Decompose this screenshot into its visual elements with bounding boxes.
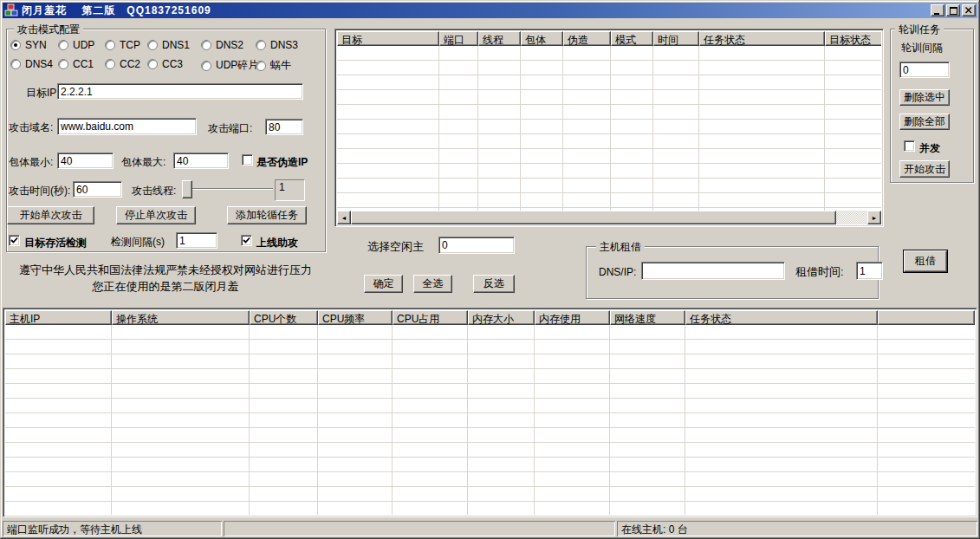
mode-radio-label: DNS4	[25, 58, 53, 70]
domain-input[interactable]	[57, 118, 197, 135]
column-header-filler	[878, 310, 975, 325]
column-header-内存使用[interactable]: 内存使用	[535, 310, 610, 325]
pkt-min-input[interactable]	[57, 153, 114, 169]
column-header-伪造[interactable]: 伪造	[563, 31, 611, 46]
poll-interval-input[interactable]	[899, 62, 950, 78]
fake-ip-checkbox[interactable]	[242, 154, 253, 166]
domain-label: 攻击域名:	[9, 121, 53, 133]
port-input[interactable]	[265, 119, 303, 135]
maximize-button[interactable]	[946, 4, 960, 16]
column-header-主机IP[interactable]: 主机IP	[5, 310, 112, 325]
mode-radio-CC2[interactable]: CC2	[105, 58, 140, 70]
delete-selected-button[interactable]: 删除选中	[899, 89, 950, 106]
grid-line	[534, 325, 535, 515]
column-header-端口[interactable]: 端口	[439, 31, 478, 46]
rent-button[interactable]: 租借	[904, 250, 947, 272]
window-title: 闭月羞花 第二版 QQ1837251609	[22, 3, 931, 18]
status-middle	[224, 521, 615, 536]
start-single-attack-button[interactable]: 开始单次攻击	[7, 206, 94, 224]
concurrent-label: 并发	[919, 141, 940, 156]
threads-value-box: 1	[275, 179, 305, 201]
dns-ip-label: DNS/IP:	[599, 266, 636, 278]
invert-select-button[interactable]: 反选	[473, 275, 515, 293]
column-header-任务状态[interactable]: 任务状态	[685, 310, 878, 325]
column-header-线程[interactable]: 线程	[478, 31, 521, 46]
mode-radio-label: DNS1	[162, 39, 190, 51]
slider-track	[186, 188, 273, 190]
mode-radio-label: CC2	[120, 58, 140, 70]
scroll-thumb[interactable]	[351, 211, 836, 224]
attack-config-group-title: 攻击模式配置	[14, 23, 83, 36]
column-header-包体[interactable]: 包体	[521, 31, 563, 46]
close-button[interactable]	[962, 4, 976, 16]
grid-line	[877, 325, 878, 515]
column-header-时间[interactable]: 时间	[653, 31, 699, 46]
status-message: 端口监听成功，等待主机上线	[3, 521, 222, 536]
task-table-hscrollbar[interactable]: ◄ ►	[337, 211, 881, 224]
app-icon	[4, 3, 18, 17]
scroll-track[interactable]	[836, 211, 867, 224]
poll-task-group-title: 轮训任务	[895, 23, 944, 36]
mode-radio-UDP[interactable]: UDP	[58, 39, 94, 51]
task-table-body[interactable]	[337, 46, 881, 211]
scroll-left-icon: ◄	[341, 215, 347, 221]
mode-radio-DNS2[interactable]: DNS2	[201, 39, 243, 51]
mode-radio-SYN[interactable]: SYN	[10, 39, 47, 51]
assist-checkbox[interactable]	[241, 235, 252, 246]
slider-handle[interactable]	[182, 180, 192, 198]
radio-icon	[201, 61, 211, 71]
grid-line	[652, 46, 653, 211]
grid-line	[467, 325, 468, 515]
mode-radio-CC1[interactable]: CC1	[58, 58, 94, 70]
mode-radio-UDP碎片[interactable]: UDP碎片	[201, 58, 258, 73]
mode-radio-DNS3[interactable]: DNS3	[256, 39, 298, 51]
mode-radio-DNS1[interactable]: DNS1	[147, 39, 190, 51]
interval-input[interactable]	[176, 232, 217, 249]
stop-single-attack-button[interactable]: 停止单次攻击	[116, 206, 196, 224]
minimize-button[interactable]	[931, 4, 944, 16]
mode-radio-CC3[interactable]: CC3	[147, 58, 183, 70]
column-header-内存大小[interactable]: 内存大小	[468, 310, 535, 325]
select-all-button[interactable]: 全选	[413, 275, 452, 293]
column-header-CPU占用[interactable]: CPU占用	[393, 310, 468, 325]
start-attack-button[interactable]: 开始攻击	[899, 160, 950, 178]
column-header-操作系统[interactable]: 操作系统	[112, 310, 250, 325]
column-header-CPU频率[interactable]: CPU频率	[318, 310, 393, 325]
concurrent-checkbox[interactable]	[904, 140, 915, 152]
grid-line	[562, 46, 563, 211]
delete-all-button[interactable]: 删除全部	[899, 114, 950, 130]
column-header-网络速度[interactable]: 网络速度	[610, 310, 685, 325]
column-header-目标状态[interactable]: 目标状态	[825, 31, 881, 46]
rent-time-input[interactable]	[856, 262, 883, 280]
alive-check-checkbox[interactable]	[9, 235, 20, 246]
mode-radio-TCP[interactable]: TCP	[105, 39, 140, 51]
confirm-button[interactable]: 确定	[364, 275, 403, 293]
mode-radio-蜗牛[interactable]: 蜗牛	[256, 58, 291, 73]
mode-radio-label: SYN	[25, 39, 47, 51]
grid-line	[520, 46, 521, 211]
dns-ip-input[interactable]	[641, 262, 785, 280]
pkt-max-input[interactable]	[173, 153, 229, 169]
target-ip-input[interactable]	[57, 83, 303, 100]
check-icon	[10, 237, 18, 244]
idle-host-input[interactable]	[438, 237, 515, 254]
titlebar[interactable]: 闭月羞花 第二版 QQ1837251609	[3, 3, 977, 18]
attack-time-label: 攻击时间(秒):	[9, 185, 70, 197]
scroll-left-button[interactable]: ◄	[337, 211, 351, 224]
attack-time-input[interactable]	[73, 181, 122, 198]
add-poll-task-button[interactable]: 添加轮循任务	[227, 206, 307, 224]
host-table-body[interactable]	[5, 325, 975, 515]
mode-radio-label: CC3	[162, 58, 183, 70]
column-header-CPU个数[interactable]: CPU个数	[250, 310, 318, 325]
maximize-icon	[950, 7, 957, 15]
assist-label: 上线助攻	[256, 236, 298, 250]
column-header-模式[interactable]: 模式	[611, 31, 653, 46]
mode-radio-DNS4[interactable]: DNS4	[10, 58, 53, 70]
column-header-目标[interactable]: 目标	[337, 31, 439, 46]
column-header-任务状态[interactable]: 任务状态	[699, 31, 825, 46]
check-icon	[243, 237, 250, 244]
scroll-right-button[interactable]: ►	[867, 211, 881, 224]
grid-line	[438, 46, 439, 211]
rent-time-label: 租借时间:	[795, 266, 844, 278]
grid-line	[685, 325, 685, 515]
